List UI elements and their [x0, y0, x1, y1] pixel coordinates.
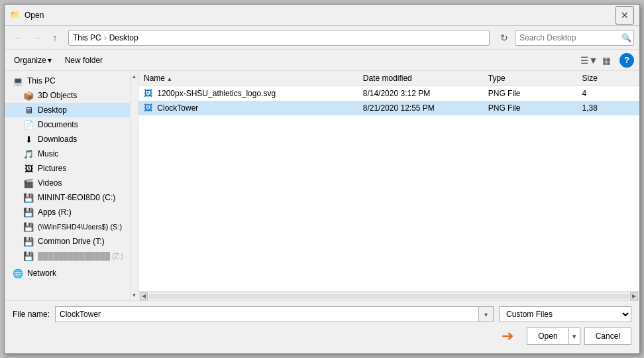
t-drive-icon: 💾 — [23, 236, 34, 247]
sidebar-item-documents[interactable]: 📄 Documents — [5, 117, 130, 132]
sidebar-item-z-drive[interactable]: 💾 ██████████████ (Z:) — [5, 249, 130, 263]
documents-icon: 📄 — [23, 119, 34, 130]
cancel-button[interactable]: Cancel — [584, 328, 631, 345]
file-type: PNG File — [483, 86, 577, 101]
sidebar-item-label: ██████████████ (Z:) — [38, 252, 123, 260]
desktop-icon: 🖥 — [23, 105, 34, 115]
new-folder-button[interactable]: New folder — [61, 54, 107, 66]
close-button[interactable]: ✕ — [616, 6, 634, 25]
sidebar-item-label: Common Drive (T:) — [38, 237, 105, 246]
sidebar-item-label: Apps (R:) — [38, 208, 72, 217]
file-name[interactable]: 🖼 ClockTower — [138, 101, 358, 115]
sidebar-item-label: Desktop — [38, 105, 67, 115]
breadcrumb: This PC › Desktop — [73, 33, 138, 42]
open-arrow-indicator: ➔ — [502, 328, 513, 345]
sidebar-item-music[interactable]: 🎵 Music — [5, 147, 130, 161]
filetype-select[interactable]: Custom Files — [499, 306, 631, 322]
scroll-left-button[interactable]: ◀ — [140, 292, 148, 300]
filename-label: File name: — [13, 310, 50, 319]
open-button-wrapper: Open ▼ — [527, 328, 580, 345]
sidebar-scroll-down[interactable]: ▼ — [131, 291, 138, 299]
sidebar-scroll-up[interactable]: ▲ — [131, 72, 138, 80]
sidebar-item-label: (\\WinFSHD4\Users$) (S:) — [38, 223, 122, 231]
sidebar-item-this-pc[interactable]: 💻 This PC — [5, 74, 130, 88]
scroll-track[interactable] — [149, 294, 629, 299]
music-icon: 🎵 — [23, 149, 34, 159]
horizontal-scrollbar[interactable]: ◀ ▶ — [138, 291, 639, 300]
pictures-icon: 🖼 — [23, 163, 34, 174]
filetype-wrapper: Custom Files — [499, 306, 631, 322]
network-icon: 🌐 — [13, 268, 23, 278]
col-header-type[interactable]: Type — [483, 71, 577, 86]
this-pc-icon: 💻 — [13, 76, 23, 86]
file-icon: 🖼 — [144, 103, 152, 113]
open-dropdown-button[interactable]: ▼ — [568, 328, 580, 345]
sidebar-item-label: This PC — [27, 76, 56, 86]
sidebar-item-label: Documents — [38, 120, 78, 129]
view-panel-button[interactable]: ▦ — [598, 52, 614, 68]
apps-r-icon: 💾 — [23, 207, 34, 217]
sidebar-item-label: 3D Objects — [38, 91, 77, 100]
col-header-name[interactable]: Name — [138, 71, 358, 86]
sidebar-item-pictures[interactable]: 🖼 Pictures — [5, 161, 130, 176]
sidebar-scrollbar[interactable]: ▲ ▼ — [131, 71, 138, 300]
open-button[interactable]: Open — [527, 328, 568, 345]
address-bar[interactable]: This PC › Desktop — [68, 30, 490, 46]
organize-button[interactable]: Organize ▾ — [10, 54, 56, 66]
col-header-date[interactable]: Date modified — [358, 71, 483, 86]
file-name[interactable]: 🖼 1200px-SHSU_athletics_logo.svg — [138, 86, 358, 101]
title-bar: 📁 Open ✕ — [5, 5, 639, 26]
search-input[interactable] — [515, 30, 634, 46]
help-button[interactable]: ? — [619, 53, 634, 68]
filename-input[interactable] — [55, 306, 479, 322]
secondary-toolbar: Organize ▾ New folder ☰▼ ▦ ? — [5, 50, 639, 71]
sidebar-item-desktop[interactable]: 🖥 Desktop — [5, 103, 130, 117]
organize-arrow-icon: ▾ — [48, 56, 52, 65]
up-button[interactable]: ↑ — [47, 30, 63, 46]
breadcrumb-thispc[interactable]: This PC — [73, 33, 101, 42]
table-row[interactable]: 🖼 1200px-SHSU_athletics_logo.svg 8/14/20… — [138, 86, 639, 101]
breadcrumb-desktop[interactable]: Desktop — [109, 33, 138, 42]
sidebar-item-s-drive[interactable]: 💾 (\\WinFSHD4\Users$) (S:) — [5, 219, 130, 234]
s-drive-icon: 💾 — [23, 221, 34, 232]
file-icon: 🖼 — [144, 88, 152, 98]
sidebar: 💻 This PC 📦 3D Objects 🖥 Desktop 📄 Docum… — [5, 71, 131, 300]
sidebar-item-network[interactable]: 🌐 Network — [5, 266, 130, 280]
sidebar-item-downloads[interactable]: ⬇ Downloads — [5, 132, 130, 147]
action-row: ➔ Open ▼ Cancel — [13, 328, 631, 345]
file-date: 8/14/2020 3:12 PM — [358, 86, 483, 101]
file-date: 8/21/2020 12:55 PM — [358, 101, 483, 115]
table-row[interactable]: 🖼 ClockTower 8/21/2020 12:55 PM PNG File… — [138, 101, 639, 115]
filename-dropdown-button[interactable]: ▾ — [479, 306, 494, 322]
dialog-title: Open — [25, 11, 616, 20]
z-drive-icon: 💾 — [23, 251, 34, 261]
sidebar-item-label: Network — [27, 268, 56, 278]
view-details-button[interactable]: ☰▼ — [581, 52, 597, 68]
3d-objects-icon: 📦 — [23, 90, 34, 101]
view-buttons: ☰▼ ▦ — [581, 52, 614, 68]
file-type: PNG File — [483, 101, 577, 115]
main-content: 💻 This PC 📦 3D Objects 🖥 Desktop 📄 Docum… — [5, 71, 639, 300]
sidebar-item-videos[interactable]: 🎬 Videos — [5, 176, 130, 190]
bottom-bar: File name: ▾ Custom Files ➔ Open ▼ Cance… — [5, 300, 639, 353]
sidebar-item-c-drive[interactable]: 💾 MININT-6EOI8D0 (C:) — [5, 190, 130, 205]
sidebar-item-3d-objects[interactable]: 📦 3D Objects — [5, 88, 130, 103]
nav-toolbar: ← → ↑ This PC › Desktop ↻ 🔍 — [5, 26, 639, 50]
search-wrapper: 🔍 — [515, 30, 634, 46]
videos-icon: 🎬 — [23, 178, 34, 188]
forward-button[interactable]: → — [28, 30, 44, 46]
file-list-wrapper: Name Date modified Type Size 🖼 1200px-SH… — [138, 71, 639, 291]
sidebar-item-t-drive[interactable]: 💾 Common Drive (T:) — [5, 234, 130, 249]
col-header-size[interactable]: Size — [577, 71, 640, 86]
open-dialog: 📁 Open ✕ ← → ↑ This PC › Desktop ↻ 🔍 Org… — [4, 4, 640, 354]
filename-input-wrapper: ▾ — [55, 306, 494, 322]
refresh-button[interactable]: ↻ — [496, 30, 512, 46]
sidebar-item-label: Music — [38, 149, 58, 158]
sidebar-item-label: Videos — [38, 178, 62, 188]
scroll-right-button[interactable]: ▶ — [630, 292, 638, 300]
dialog-icon: 📁 — [10, 10, 21, 21]
downloads-icon: ⬇ — [23, 134, 34, 145]
sidebar-item-apps-r[interactable]: 💾 Apps (R:) — [5, 205, 130, 219]
back-button[interactable]: ← — [10, 30, 26, 46]
sidebar-item-label: Downloads — [38, 135, 77, 144]
